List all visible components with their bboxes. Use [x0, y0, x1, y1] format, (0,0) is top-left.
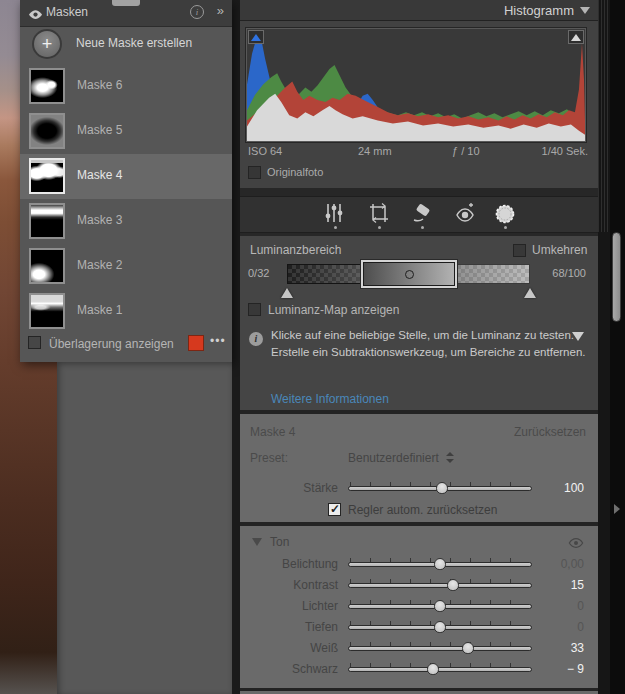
panel-drag-handle[interactable] [112, 0, 140, 6]
scrollbar-thumb[interactable] [612, 232, 621, 322]
tone-slider-label: Belichtung [240, 557, 338, 571]
tone-slider-thumb[interactable] [447, 579, 459, 591]
panel-visibility-eye-icon[interactable] [28, 6, 43, 24]
range-handle-high[interactable] [524, 288, 536, 298]
tone-section: Ton Belichtung 0,00 Kontrast 15 Lichter [240, 526, 598, 688]
info-collapse-icon[interactable] [572, 332, 584, 341]
tone-slider[interactable] [348, 596, 532, 616]
mask-list: Maske 6 Maske 5 Maske 4 Maske 3 Maske 2 … [20, 64, 232, 334]
tone-slider-thumb[interactable] [434, 600, 446, 612]
add-mask-icon[interactable]: + [32, 29, 62, 59]
tone-slider-row: Belichtung 0,00 [240, 554, 598, 574]
info-text-line1: Klicke auf eine beliebige Stelle, um die… [271, 329, 574, 341]
tone-slider-value: 0,00 [538, 557, 584, 571]
luminance-range-section: Luminanzbereich Umkehren 0/32 68/100 Lum… [240, 236, 598, 410]
panel-show-arrow-icon[interactable] [614, 504, 620, 514]
focal-length-value: 24 mm [358, 145, 392, 157]
luminance-map-checkbox[interactable] [248, 303, 261, 316]
tone-slider-value: − 9 [538, 662, 584, 676]
histogram-section: ISO 64 24 mm ƒ / 10 1/40 Sek. Originalfo… [240, 21, 598, 188]
plus-icon: + [34, 31, 60, 57]
tone-slider-label: Tiefen [240, 620, 338, 634]
tone-slider[interactable] [348, 575, 532, 595]
tone-slider[interactable] [348, 554, 532, 574]
mask-settings-title: Maske 4 [250, 425, 295, 439]
histogram-panel-header[interactable]: Histogramm [240, 0, 598, 21]
range-excluded-right [452, 264, 530, 284]
chevron-down-icon[interactable] [580, 7, 590, 14]
tone-slider-thumb[interactable] [434, 558, 446, 570]
mask-list-item[interactable]: Maske 5 [20, 109, 232, 154]
histogram-plot[interactable] [246, 28, 586, 142]
tone-slider[interactable] [348, 659, 532, 679]
red-eye-icon[interactable] [453, 202, 477, 226]
overlay-label: Überlagerung anzeigen [49, 337, 174, 351]
auto-reset-checkbox[interactable] [328, 503, 341, 516]
overlay-row: Überlagerung anzeigen ••• [20, 332, 232, 362]
scrollbar[interactable] [610, 0, 625, 694]
tone-slider-thumb[interactable] [434, 621, 446, 633]
mask-list-item[interactable]: Maske 1 [20, 289, 232, 334]
healing-icon[interactable] [411, 202, 435, 226]
mask-thumbnail[interactable] [29, 203, 65, 239]
mask-label: Maske 5 [77, 123, 122, 137]
tool-strip [240, 196, 598, 233]
mask-list-item[interactable]: Maske 6 [20, 64, 232, 109]
mask-thumbnail[interactable] [29, 293, 65, 329]
luminance-range-title: Luminanzbereich [250, 243, 341, 257]
collapse-panel-icon[interactable]: » [217, 3, 224, 18]
highlight-clipping-indicator[interactable] [568, 30, 584, 44]
masking-icon[interactable] [493, 202, 517, 226]
preset-label: Preset: [250, 451, 288, 465]
panel-edge-strip[interactable] [598, 0, 610, 694]
mask-list-item[interactable]: Maske 2 [20, 244, 232, 289]
preset-dropdown[interactable]: Benutzerdefiniert [348, 451, 454, 465]
create-mask-row[interactable]: + Neue Maske erstellen [20, 26, 232, 64]
mask-thumbnail[interactable] [29, 158, 65, 194]
tone-slider[interactable] [348, 617, 532, 637]
invert-label: Umkehren [532, 243, 587, 257]
help-icon[interactable]: i [190, 5, 204, 19]
tone-header[interactable]: Ton [240, 534, 598, 552]
tone-title: Ton [270, 535, 289, 549]
masks-panel: Masken i » + Neue Maske erstellen Maske … [20, 0, 232, 362]
tone-slider-value: 15 [538, 578, 584, 592]
edit-sliders-icon[interactable] [323, 202, 347, 226]
mask-label: Maske 6 [77, 78, 122, 92]
range-selected-window[interactable] [363, 262, 455, 286]
range-handle-low[interactable] [281, 288, 293, 298]
shadow-clipping-indicator[interactable] [248, 30, 264, 44]
invert-checkbox[interactable] [513, 244, 526, 257]
overlay-more-button[interactable]: ••• [210, 334, 226, 348]
crop-icon[interactable] [368, 202, 392, 226]
amount-slider-thumb[interactable] [436, 482, 448, 494]
overlay-checkbox[interactable] [28, 336, 41, 349]
tool-active-dot [334, 226, 337, 229]
tone-slider[interactable] [348, 638, 532, 658]
mask-list-item[interactable]: Maske 4 [20, 154, 232, 199]
luminance-range-slider[interactable] [287, 262, 530, 286]
panel-resize-grip[interactable] [598, 0, 610, 232]
mask-thumbnail[interactable] [29, 113, 65, 149]
tone-visibility-eye-icon[interactable] [568, 535, 584, 553]
range-center-knob[interactable] [405, 270, 414, 279]
amount-label: Stärke [240, 481, 338, 495]
collapse-triangle-icon[interactable] [252, 538, 262, 546]
tone-slider-label: Lichter [240, 599, 338, 613]
mask-thumbnail[interactable] [29, 248, 65, 284]
tone-slider-thumb[interactable] [427, 663, 439, 675]
overlay-color-swatch[interactable] [188, 335, 204, 351]
reset-button[interactable]: Zurücksetzen [514, 425, 586, 439]
more-info-link[interactable]: Weitere Informationen [271, 392, 389, 406]
range-low-value: 0/32 [248, 267, 269, 279]
tool-active-dot [421, 226, 424, 229]
original-photo-checkbox[interactable] [248, 166, 261, 179]
tone-slider-thumb[interactable] [462, 642, 474, 654]
amount-slider[interactable] [348, 478, 532, 498]
aperture-value: ƒ / 10 [452, 145, 480, 157]
auto-reset-row: Regler autom. zurücksetzen [240, 502, 598, 520]
mask-thumbnail[interactable] [29, 68, 65, 104]
mask-list-item[interactable]: Maske 3 [20, 199, 232, 244]
histogram-title: Histogramm [504, 3, 574, 18]
mask-label: Maske 2 [77, 258, 122, 272]
